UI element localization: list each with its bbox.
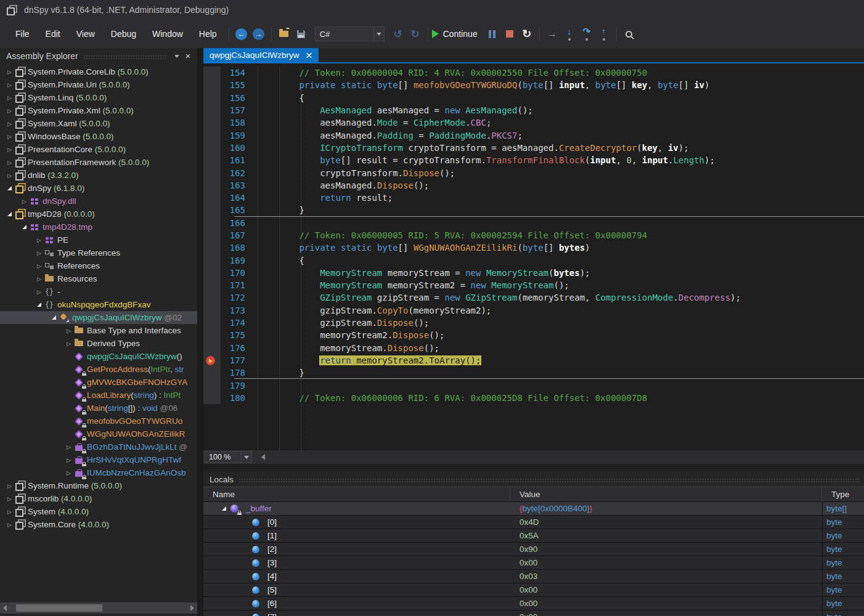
breakpoint-margin[interactable] (203, 367, 221, 379)
expander-collapsed-icon[interactable] (5, 121, 14, 127)
locals-value-cell[interactable]: 0x4D (510, 516, 822, 529)
tree-item[interactable]: Derived Types (0, 337, 197, 350)
expander-collapsed-icon[interactable] (35, 250, 44, 256)
tree-item[interactable]: Base Type and Interfaces (0, 324, 197, 337)
step-over-button[interactable]: ↷ (578, 25, 595, 43)
expander-collapsed-icon[interactable] (35, 237, 44, 243)
tree-item[interactable]: System.Private.Xml (5.0.0.0) (0, 104, 197, 117)
menu-window[interactable]: Window (144, 25, 191, 43)
tree-item[interactable]: PresentationCore (5.0.0.0) (0, 143, 197, 156)
document-tab[interactable]: qwpgjCsJaquIClWzbryw ✕ (203, 48, 319, 62)
tree-item[interactable]: BGzhDaTtNuJJwvJjLkLt @ (0, 440, 197, 453)
expander-collapsed-icon[interactable] (35, 289, 44, 295)
language-combo[interactable]: C# (315, 26, 385, 41)
locals-value-cell[interactable]: 0x00 (510, 583, 822, 596)
locals-value-cell[interactable]: {byte[0x0000B400]} (510, 502, 822, 515)
breakpoint-margin[interactable] (203, 342, 221, 354)
tree-item[interactable]: System.Private.CoreLib (5.0.0.0) (0, 65, 197, 78)
expander-collapsed-icon[interactable] (5, 522, 14, 528)
locals-value-cell[interactable]: 0x5A (510, 529, 822, 542)
tree-item[interactable]: - (0, 285, 197, 298)
scroll-left-arrow[interactable] (0, 602, 10, 614)
tree-item[interactable]: WGgNUWAOhGAnZEilikR (0, 428, 197, 440)
tree-item[interactable]: dnSpy (6.1.8.0) (0, 182, 197, 195)
breakpoint-margin[interactable] (203, 79, 221, 91)
tree-item[interactable]: LoadLibrary(string) : IntPt (0, 389, 197, 402)
expander-collapsed-icon[interactable] (35, 263, 44, 269)
scroll-right-arrow[interactable] (187, 602, 197, 614)
navigate-forward-button[interactable]: → (250, 25, 267, 43)
tree-item[interactable]: okuNspqgeoFdxdgBFxav (0, 298, 197, 311)
tree-item[interactable]: Type References (0, 246, 197, 259)
breakpoint-margin[interactable] (203, 291, 221, 304)
panel-menu-button[interactable] (171, 51, 182, 62)
tree-item[interactable]: System.Core (4.0.0.0) (0, 518, 197, 531)
breakpoint-margin[interactable] (203, 267, 221, 279)
editor-horizontal-scrollbar[interactable] (268, 450, 864, 464)
expander-collapsed-icon[interactable] (64, 444, 73, 450)
breakpoint-margin[interactable] (203, 116, 221, 129)
tree-item[interactable]: PE (0, 233, 197, 246)
panel-splitter[interactable] (197, 48, 203, 616)
breakpoint-margin[interactable] (203, 329, 221, 341)
save-module-button[interactable] (293, 25, 310, 43)
breakpoint-margin[interactable] (203, 204, 221, 216)
breakpoint-margin[interactable] (203, 317, 221, 329)
breakpoint-margin[interactable] (203, 254, 221, 266)
tree-item[interactable]: References (0, 259, 197, 272)
tree-item[interactable]: dnlib (3.3.2.0) (0, 169, 197, 182)
menu-help[interactable]: Help (191, 25, 225, 43)
expander-expanded-icon[interactable] (219, 506, 229, 511)
expander-collapsed-icon[interactable] (5, 160, 14, 166)
breakpoint-margin[interactable] (203, 142, 221, 154)
menu-file[interactable]: File (7, 25, 38, 43)
locals-row[interactable]: [0]0x4Dbyte (203, 516, 864, 529)
expander-collapsed-icon[interactable] (5, 496, 14, 502)
redo-button[interactable]: ↻ (407, 25, 424, 43)
code-view[interactable]: 154// Token: 0x06000004 RID: 4 RVA: 0x00… (203, 65, 864, 450)
breakpoint-margin[interactable] (203, 379, 221, 391)
expander-collapsed-icon[interactable] (20, 198, 29, 205)
scrollbar-thumb[interactable] (16, 604, 102, 612)
tree-item[interactable]: GetProcAddress(IntPtr, str (0, 363, 197, 376)
column-header-type[interactable]: Type (822, 487, 864, 501)
zoom-level[interactable]: 100 % (205, 451, 242, 463)
locals-row[interactable]: [3]0x00byte (203, 556, 864, 570)
tree-horizontal-scrollbar[interactable] (0, 602, 197, 614)
tree-item[interactable]: System.Runtime (5.0.0.0) (0, 479, 197, 492)
locals-value-cell[interactable]: 0x00 (510, 597, 822, 610)
breakpoint-margin[interactable] (203, 154, 221, 166)
locals-value-cell[interactable]: 0x03 (510, 570, 822, 583)
tree-item[interactable]: qwpgjCsJaquIClWzbryw() (0, 350, 197, 363)
breakpoint-margin[interactable] (203, 229, 221, 241)
tree-item[interactable]: System.Xaml (5.0.0.0) (0, 117, 197, 130)
stop-debugging-button[interactable] (501, 25, 518, 43)
tree-item[interactable]: System (4.0.0.0) (0, 505, 197, 518)
navigate-back-button[interactable]: ← (233, 25, 250, 43)
breakpoint-margin[interactable] (203, 241, 221, 254)
breakpoint-margin[interactable] (203, 354, 221, 367)
locals-row[interactable]: [1]0x5Abyte (203, 529, 864, 543)
locals-row[interactable]: [5]0x00byte (203, 583, 864, 597)
breakpoint-margin[interactable] (203, 67, 221, 79)
expander-collapsed-icon[interactable] (5, 509, 14, 515)
expander-collapsed-icon[interactable] (5, 108, 14, 114)
restart-button[interactable]: ↻ (518, 25, 536, 43)
tree-item[interactable]: gMVWcBKGbeFNOHzGYA (0, 376, 197, 389)
scroll-left-arrow[interactable] (258, 452, 268, 463)
tree-item[interactable]: qwpgjCsJaquIClWzbryw @02 (0, 311, 197, 324)
expander-expanded-icon[interactable] (35, 302, 44, 307)
language-dropdown-button[interactable] (374, 26, 385, 41)
locals-value-cell[interactable]: 0x00 (510, 610, 822, 616)
tree-item[interactable]: meofobvGOeoTYWGRUo (0, 415, 197, 428)
show-next-statement-button[interactable]: → (544, 25, 561, 43)
expander-collapsed-icon[interactable] (64, 328, 73, 334)
locals-row[interactable]: [6]0x00byte (203, 597, 864, 610)
tree-item[interactable]: dnSpy.dll (0, 195, 197, 208)
tree-item[interactable]: HrSHvVqtXqUNPRgHTwf (0, 453, 197, 466)
expander-collapsed-icon[interactable] (5, 134, 14, 140)
breakpoint-margin[interactable] (203, 129, 221, 141)
menu-view[interactable]: View (68, 25, 103, 43)
tree-item[interactable]: Resources (0, 272, 197, 285)
open-file-button[interactable] (275, 25, 293, 43)
